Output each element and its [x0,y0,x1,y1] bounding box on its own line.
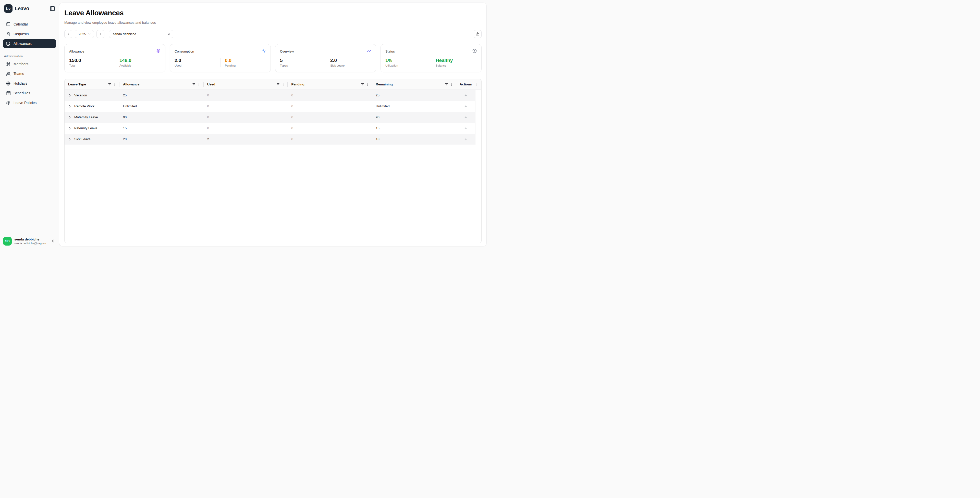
stat-label: Utilization [385,64,431,67]
sidebar-item-label: Allowances [14,41,32,46]
sidebar-item-label: Calendar [14,22,28,26]
filter-icon[interactable] [360,82,365,87]
sidebar-item-members[interactable]: Members [3,60,56,68]
stat-label: Used [175,64,220,67]
used-cell: 0 [207,126,209,130]
allowance-cell: 20 [123,137,127,141]
sidebar-item-calendar[interactable]: Calendar [3,20,56,29]
add-adjustment-button[interactable] [462,92,469,99]
page-subtitle: Manage and view employee leave allowance… [64,21,482,24]
database-zap-icon [6,41,11,46]
filter-icon[interactable] [191,82,197,87]
sidebar-item-schedules[interactable]: Schedules [3,89,56,97]
stat-title: Status [385,49,395,53]
add-adjustment-button[interactable] [462,114,469,121]
sidebar-item-requests[interactable]: Requests [3,30,56,38]
table-row: Maternity Leave 90 0 0 90 [65,112,481,123]
used-cell: 0 [207,115,209,119]
sidebar-item-label: Holidays [14,81,27,86]
filter-icon[interactable] [444,82,449,87]
leave-type-cell: Maternity Leave [74,115,98,119]
column-menu-icon[interactable] [365,82,370,87]
add-adjustment-button[interactable] [462,125,469,132]
sidebar-user-menu[interactable]: SD senda debbiche senda.debbiche@cappsu.… [0,237,59,246]
sidebar-item-label: Members [14,62,28,66]
sidebar-item-label: Schedules [14,91,30,95]
sidebar-item-teams[interactable]: Teams [3,69,56,78]
calendar-check-icon [6,91,11,95]
main-panel: Leave Allowances Manage and view employe… [59,3,487,246]
column-menu-icon[interactable] [197,82,202,87]
gear-icon [6,101,11,105]
expand-row-icon[interactable] [68,127,72,130]
table-header: Leave Type Allowance Used Pending [65,79,481,90]
pending-cell: 0 [291,115,293,119]
stat-card-status: Status 1% Utilization Healthy Balance [380,44,482,72]
allowance-cell: 25 [123,93,127,97]
stat-value: 148.0 [119,58,161,63]
calendar-icon [6,22,11,27]
user-email: senda.debbiche@cappsu... [14,241,49,245]
column-menu-icon[interactable] [280,82,286,87]
add-adjustment-button[interactable] [462,136,469,143]
sidebar-item-label: Teams [14,71,24,76]
pending-cell: 0 [291,137,293,141]
column-header-used: Used [204,79,288,89]
pending-cell: 0 [291,126,293,130]
employee-select[interactable]: senda debbiche [109,30,173,38]
stat-title: Consumption [175,49,194,53]
sidebar-item-holidays[interactable]: Holidays [3,79,56,88]
add-adjustment-button[interactable] [462,103,469,110]
panel-left-icon[interactable] [49,5,56,12]
stat-value: Healthy [436,58,477,63]
allowances-table: Leave Type Allowance Used Pending [64,79,482,243]
stat-value: 0.0 [225,58,266,63]
chevron-right-icon [99,32,102,36]
expand-row-icon[interactable] [68,116,72,119]
employee-value: senda debbiche [113,32,136,36]
trending-up-icon [367,49,371,54]
sidebar-item-leave-policies[interactable]: Leave Policies [3,98,56,107]
chevron-left-icon [67,32,70,36]
layers-icon [156,49,161,54]
pending-cell: 0 [291,93,293,97]
admin-section-label: Administration [0,48,59,60]
column-menu-icon[interactable] [112,82,118,87]
stat-label: Balance [436,64,477,67]
download-icon [476,32,479,36]
sidebar-admin-nav: Members Teams Holidays Schedules Leave P… [0,60,59,107]
column-header-remaining: Remaining [372,79,456,89]
avatar-initials: SD [5,239,10,243]
table-row: Paternity Leave 15 0 0 15 [65,123,481,133]
stat-title: Allowance [69,49,84,53]
allowance-cell: 90 [123,115,127,119]
leave-type-cell: Sick Leave [74,137,91,141]
prev-year-button[interactable] [64,30,72,38]
stat-label: Sick Leave [330,64,371,67]
filter-icon[interactable] [107,82,112,87]
expand-row-icon[interactable] [68,138,72,141]
expand-row-icon[interactable] [68,105,72,108]
filter-icon[interactable] [275,82,280,87]
used-cell: 2 [207,137,209,141]
remaining-cell: 18 [375,137,379,141]
stat-label: Pending [225,64,266,67]
year-select[interactable]: 2025 [75,30,94,38]
next-year-button[interactable] [97,30,104,38]
sidebar-item-allowances[interactable]: Allowances [3,39,56,48]
chevron-down-icon [88,32,91,36]
sidebar-nav: Calendar Requests Allowances [0,13,59,48]
column-menu-icon[interactable] [474,82,479,87]
used-cell: 0 [207,104,209,108]
table-row: Remote Work Unlimited 0 0 Unlimited [65,101,481,112]
leave-type-cell: Paternity Leave [74,126,97,130]
page-title: Leave Allowances [64,9,482,17]
app-name: Leavo [15,6,47,11]
used-cell: 0 [207,93,209,97]
column-menu-icon[interactable] [449,82,454,87]
export-button[interactable] [474,30,482,38]
sidebar: Lv Leavo Calendar Requests Allowances Ad… [0,0,59,249]
logo-monogram: Lv [6,6,11,11]
stat-value: 2.0 [175,58,220,63]
expand-row-icon[interactable] [68,94,72,97]
